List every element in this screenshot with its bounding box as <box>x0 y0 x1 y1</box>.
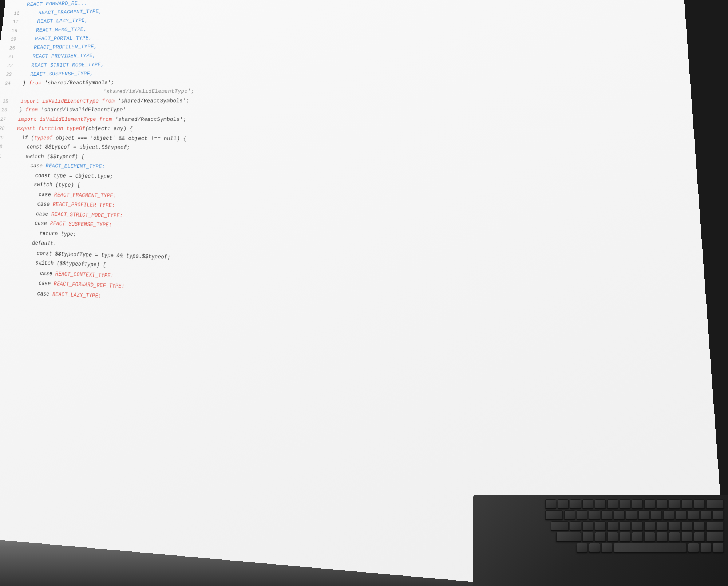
keyboard-key[interactable] <box>607 499 618 508</box>
line-number: 21 <box>0 53 21 62</box>
line-code: REACT_PROVIDER_TYPE, <box>20 51 96 61</box>
keyboard-area <box>473 495 728 586</box>
keyboard-key[interactable] <box>657 532 668 541</box>
keyboard-key[interactable] <box>638 510 649 519</box>
line-number: 29 <box>0 134 10 142</box>
line-number: 20 <box>0 44 22 53</box>
keyboard-key[interactable] <box>577 543 587 552</box>
keyboard-key[interactable] <box>632 499 643 508</box>
line-number: 27 <box>0 116 12 124</box>
line-number: 17 <box>2 18 25 27</box>
line-code: REACT_LAZY_TYPE, <box>24 16 88 26</box>
keyboard-key[interactable] <box>644 499 655 508</box>
line-code: case REACT_FRAGMENT_TYPE: <box>2 189 117 201</box>
keyboard-key[interactable] <box>614 510 625 519</box>
keyboard-row <box>478 532 724 541</box>
keyboard-key[interactable] <box>706 532 724 541</box>
line-code: REACT_FRAGMENT_TYPE, <box>25 7 103 17</box>
keyboard-key[interactable] <box>620 499 630 508</box>
line-code: import isValidElementType from 'shared/R… <box>14 96 190 106</box>
keyboard-key[interactable] <box>601 510 612 519</box>
keyboard-key[interactable] <box>694 532 705 541</box>
keyboard-key[interactable] <box>694 499 705 508</box>
keyboard-key[interactable] <box>570 499 581 508</box>
keyboard-key[interactable] <box>644 532 655 541</box>
line-code: const $$typeof = object.$$typeof; <box>8 142 130 152</box>
keyboard-key[interactable] <box>694 521 705 530</box>
keyboard-key[interactable] <box>595 499 606 508</box>
keyboard-key[interactable] <box>713 510 724 519</box>
keyboard-key[interactable] <box>545 510 563 519</box>
line-code: REACT_STRICT_MODE_TYPE, <box>19 60 104 70</box>
keyboard-key[interactable] <box>669 499 680 508</box>
keyboard-key[interactable] <box>607 532 618 541</box>
keyboard-row <box>478 543 724 552</box>
line-number: 16 <box>3 10 26 18</box>
keyboard-key[interactable] <box>688 510 699 519</box>
keyboard-key[interactable] <box>582 499 593 508</box>
keyboard-key[interactable] <box>706 499 724 508</box>
line-code: switch ($$typeof) { <box>7 152 85 162</box>
keyboard-key[interactable] <box>644 521 655 530</box>
keyboard-key[interactable] <box>626 510 637 519</box>
keyboard-key[interactable] <box>657 499 668 508</box>
keyboard-key[interactable] <box>713 543 724 552</box>
line-number: 25 <box>0 98 15 106</box>
keyboard-key[interactable] <box>551 521 569 530</box>
line-code: if (typeof object === 'object' && object… <box>9 133 187 143</box>
keyboard-key[interactable] <box>700 510 711 519</box>
line-code: export function typeOf(object: any) { <box>10 124 133 134</box>
keyboard-key[interactable] <box>589 510 600 519</box>
keyboard-key[interactable] <box>545 499 556 508</box>
line-number <box>5 6 27 6</box>
line-code: 'shared/isValidElementType'; <box>15 87 194 97</box>
line-number: 18 <box>1 27 24 35</box>
line-code: return type; <box>0 228 77 239</box>
keyboard-key[interactable] <box>676 510 687 519</box>
keyboard-key[interactable] <box>669 521 680 530</box>
keyboard-key[interactable] <box>651 510 662 519</box>
keyboard-key[interactable] <box>614 543 687 552</box>
code-line: 26 } from 'shared/isValidElementType' <box>0 104 654 115</box>
line-code: REACT_MEMO_TYPE, <box>23 25 87 35</box>
keyboard-key[interactable] <box>681 532 692 541</box>
keyboard-key[interactable] <box>582 521 593 530</box>
line-code: switch (type) { <box>3 180 81 190</box>
keyboard-key[interactable] <box>657 521 668 530</box>
keyboard-key[interactable] <box>556 532 581 541</box>
keyboard-key[interactable] <box>700 543 711 552</box>
keyboard-key[interactable] <box>681 521 692 530</box>
keyboard-key[interactable] <box>632 532 643 541</box>
keyboard-key[interactable] <box>620 521 630 530</box>
keyboard-key[interactable] <box>589 543 600 552</box>
line-number: 22 <box>0 62 20 70</box>
line-number: 28 <box>0 125 11 133</box>
keyboard-key[interactable] <box>564 510 575 519</box>
keyboard-key[interactable] <box>620 532 630 541</box>
line-code: } from 'shared/ReactSymbols'; <box>16 78 115 88</box>
line-number: 26 <box>0 107 14 115</box>
keyboard-key[interactable] <box>706 521 724 530</box>
keyboard-key[interactable] <box>601 543 612 552</box>
keyboard-row <box>478 521 724 530</box>
keyboard-key[interactable] <box>570 521 581 530</box>
keyboard-key[interactable] <box>595 521 606 530</box>
line-code: case REACT_ELEMENT_TYPE: <box>5 161 106 171</box>
keyboard-key[interactable] <box>582 532 593 541</box>
line-code: REACT_PORTAL_TYPE, <box>22 34 92 43</box>
keyboard-key[interactable] <box>558 499 569 508</box>
keyboard-key[interactable] <box>577 510 587 519</box>
keyboard-key[interactable] <box>669 532 680 541</box>
keyboard-row <box>478 510 724 519</box>
line-code: REACT_PROFILER_TYPE, <box>21 43 98 52</box>
line-code: REACT_SUSPENSE_TYPE, <box>17 70 94 79</box>
line-code: } from 'shared/isValidElementType' <box>13 106 127 115</box>
keyboard-key[interactable] <box>688 543 699 552</box>
keyboard-key[interactable] <box>632 521 643 530</box>
keyboard-key[interactable] <box>595 532 606 541</box>
line-number: 24 <box>0 80 17 88</box>
line-code: default: <box>0 237 57 249</box>
keyboard-key[interactable] <box>663 510 674 519</box>
keyboard-key[interactable] <box>607 521 618 530</box>
keyboard-key[interactable] <box>681 499 692 508</box>
